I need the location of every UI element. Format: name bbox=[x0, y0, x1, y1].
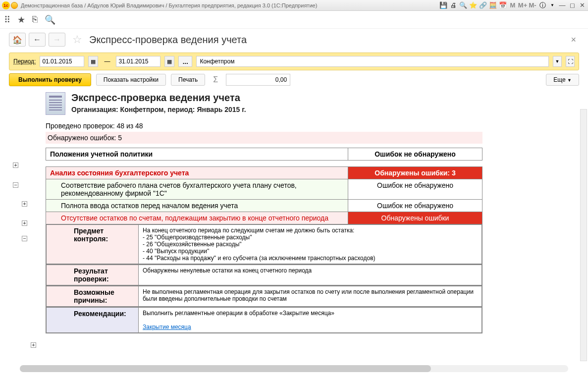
subsection-title: Соответствие рабочего плана счетов бухга… bbox=[46, 179, 348, 200]
subsection-row[interactable]: Соответствие рабочего плана счетов бухга… bbox=[46, 179, 482, 200]
horizontal-scrollbar[interactable] bbox=[20, 365, 568, 372]
titlebar-text: Демонстрационная база / Абдулов Юрий Вла… bbox=[21, 2, 439, 8]
close-page-button[interactable]: × bbox=[568, 35, 579, 45]
maximize-button[interactable]: ◻ bbox=[568, 1, 576, 9]
save-icon[interactable]: 💾 bbox=[439, 1, 447, 9]
date-from-picker-icon[interactable]: ▦ bbox=[88, 56, 98, 67]
titlebar-dropdown-icon[interactable] bbox=[11, 2, 18, 9]
app-logo-icon: 1c bbox=[2, 1, 10, 9]
report-header: Экспресс-проверка ведения учета Организа… bbox=[46, 92, 579, 115]
sum-icon[interactable]: Σ bbox=[210, 75, 221, 84]
errors-found-text: Обнаружено ошибок: 5 bbox=[46, 132, 482, 144]
report-icon bbox=[46, 92, 65, 115]
report-table: Анализ состояния бухгалтерского учета Об… bbox=[46, 166, 482, 333]
home-button[interactable]: 🏠 bbox=[9, 33, 26, 47]
expand-button-icon[interactable]: ⛶ bbox=[566, 56, 575, 67]
scrollbar-thumb[interactable] bbox=[20, 365, 431, 372]
period-select-button[interactable]: ... bbox=[178, 56, 192, 67]
star-icon[interactable]: ★ bbox=[17, 14, 25, 25]
detail-text: На конец отчетного периода по следующим … bbox=[139, 225, 482, 264]
subsection-row[interactable]: Отсутствие остатков по счетам, подлежащи… bbox=[46, 212, 482, 224]
detail-text: Обнаружены ненулевые остатки на конец от… bbox=[139, 265, 482, 285]
calendar-icon[interactable]: 📅 bbox=[499, 1, 507, 9]
main-toolbar: ⠿ ★ ⎘ 🔍 bbox=[0, 11, 588, 29]
more-button[interactable]: Еще ▼ bbox=[546, 74, 579, 86]
filter-bar: Период: ▦ — ▦ ... ▼ ⛶ bbox=[9, 53, 579, 70]
section-status: Ошибок не обнаружено bbox=[348, 148, 482, 161]
organization-input[interactable] bbox=[196, 56, 549, 67]
organization-dropdown-icon[interactable]: ▼ bbox=[553, 56, 562, 67]
date-to-input[interactable] bbox=[116, 56, 160, 67]
sum-input[interactable] bbox=[226, 74, 290, 86]
tree-expand-icon[interactable]: + bbox=[22, 201, 27, 207]
action-bar: Выполнить проверку Показать настройки Пе… bbox=[9, 73, 579, 86]
memory-mplus-button[interactable]: M+ bbox=[519, 1, 527, 9]
detail-row: Возможные причины: Не выполнена регламен… bbox=[46, 286, 482, 307]
history-icon[interactable]: ⎘ bbox=[32, 14, 38, 25]
tree-expand-icon[interactable]: + bbox=[13, 163, 18, 168]
vertical-scrollbar[interactable] bbox=[580, 109, 587, 361]
report-wrapper: + − + + − + Экспресс-проверка ведения уч… bbox=[9, 92, 579, 333]
tree-expand-icon[interactable]: + bbox=[31, 342, 36, 348]
page-favorite-icon[interactable]: ☆ bbox=[70, 33, 84, 47]
detail-text: Выполнить регламентные операции в обрабо… bbox=[139, 308, 482, 333]
page-title: Экспресс-проверка ведения учета bbox=[89, 34, 247, 46]
detail-label: Рекомендации: bbox=[47, 308, 139, 333]
subsection-status: Ошибок не обнаружено bbox=[348, 179, 482, 200]
report-content: Экспресс-проверка ведения учета Организа… bbox=[46, 92, 579, 333]
detail-label: Предмет контроля: bbox=[47, 225, 139, 264]
tree-collapse-icon[interactable]: − bbox=[22, 236, 27, 241]
checks-done-text: Проведено проверок: 48 из 48 bbox=[46, 120, 579, 132]
close-month-link[interactable]: Закрытие месяца bbox=[143, 324, 191, 330]
section-title: Положения учетной политики bbox=[46, 148, 348, 161]
date-dash: — bbox=[102, 58, 112, 65]
subsection-title: Отсутствие остатков по счетам, подлежащи… bbox=[46, 212, 348, 224]
run-check-button[interactable]: Выполнить проверку bbox=[9, 73, 91, 86]
close-window-button[interactable]: ✕ bbox=[578, 1, 586, 9]
info-icon[interactable]: ⓘ bbox=[538, 1, 546, 9]
report-title: Экспресс-проверка ведения учета bbox=[71, 92, 246, 104]
detail-row: Предмет контроля: На конец отчетного пер… bbox=[46, 224, 482, 265]
tree-expand-icon[interactable]: + bbox=[22, 220, 27, 226]
detail-text: Не выполнена регламентная операция для з… bbox=[139, 286, 482, 307]
tree-column: + − + + − + bbox=[9, 92, 44, 333]
subsection-title: Полнота ввода остатков перед началом вед… bbox=[46, 200, 348, 212]
tree-collapse-icon[interactable]: − bbox=[13, 182, 18, 188]
show-settings-button[interactable]: Показать настройки bbox=[96, 74, 166, 86]
memory-m-button[interactable]: M bbox=[509, 1, 517, 9]
subsection-row[interactable]: Полнота ввода остатков перед началом вед… bbox=[46, 200, 482, 212]
section-title: Анализ состояния бухгалтерского учета bbox=[46, 167, 348, 179]
detail-label: Возможные причины: bbox=[47, 286, 139, 307]
detail-row: Рекомендации: Выполнить регламентные опе… bbox=[46, 307, 482, 333]
back-button[interactable]: ← bbox=[29, 33, 46, 47]
titlebar: 1c Демонстрационная база / Абдулов Юрий … bbox=[0, 0, 588, 11]
date-to-picker-icon[interactable]: ▦ bbox=[164, 56, 174, 67]
calc-icon[interactable]: 🧮 bbox=[489, 1, 497, 9]
preview-icon[interactable]: 🔍 bbox=[459, 1, 467, 9]
favorite-icon[interactable]: ⭐ bbox=[469, 1, 477, 9]
link-icon[interactable]: 🔗 bbox=[479, 1, 487, 9]
subsection-status: Ошибок не обнаружено bbox=[348, 200, 482, 212]
detail-label: Результат проверки: bbox=[47, 265, 139, 285]
titlebar-actions: 💾 🖨 🔍 ⭐ 🔗 🧮 📅 M M+ M- ⓘ ▼ — ◻ ✕ bbox=[439, 1, 586, 9]
section-status: Обнаружены ошибки: 3 bbox=[348, 167, 482, 179]
report-subtitle: Организация: Конфетпром, период: Январь … bbox=[71, 106, 246, 113]
print-icon[interactable]: 🖨 bbox=[449, 1, 457, 9]
minimize-button[interactable]: — bbox=[558, 1, 566, 9]
report-table: Положения учетной политики Ошибок не обн… bbox=[46, 148, 482, 161]
page-header: 🏠 ← → ☆ Экспресс-проверка ведения учета … bbox=[9, 33, 579, 47]
apps-icon[interactable]: ⠿ bbox=[4, 14, 10, 25]
search-icon[interactable]: 🔍 bbox=[45, 14, 55, 25]
forward-button[interactable]: → bbox=[49, 33, 65, 47]
period-label: Период: bbox=[13, 58, 36, 65]
date-from-input[interactable] bbox=[40, 56, 84, 67]
print-button[interactable]: Печать bbox=[171, 74, 205, 86]
memory-mminus-button[interactable]: M- bbox=[529, 1, 536, 9]
section-row[interactable]: Анализ состояния бухгалтерского учета Об… bbox=[46, 167, 482, 179]
section-row[interactable]: Положения учетной политики Ошибок не обн… bbox=[46, 148, 482, 161]
chevron-down-icon: ▼ bbox=[567, 78, 572, 83]
info-dropdown-icon[interactable]: ▼ bbox=[548, 1, 556, 9]
detail-row: Результат проверки: Обнаружены ненулевые… bbox=[46, 265, 482, 286]
subsection-status: Обнаружены ошибки bbox=[348, 212, 482, 224]
